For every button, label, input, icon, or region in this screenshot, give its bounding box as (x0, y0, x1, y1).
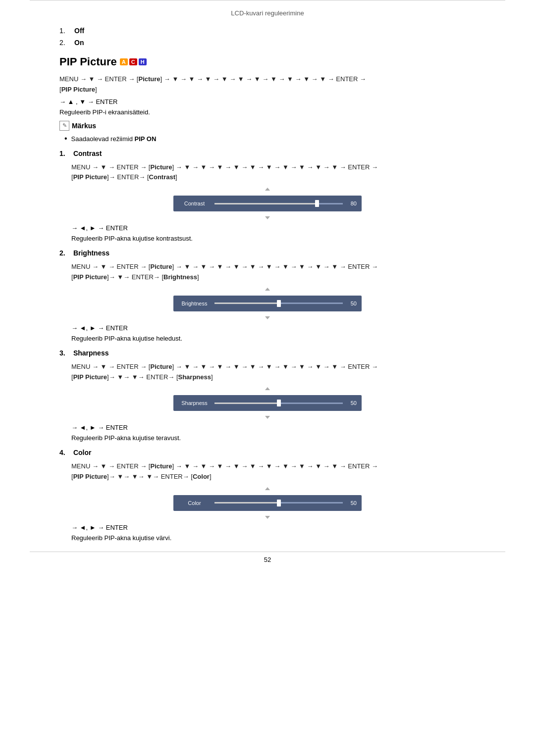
brightness-instruction: MENU → ▼ → ENTER → [Picture] → ▼ → ▼ → ▼… (71, 262, 476, 283)
color-track (214, 502, 343, 504)
sub-item-brightness: 2. Brightness MENU → ▼ → ENTER → [Pictur… (59, 249, 476, 342)
sub-item-header-color: 4. Color (59, 449, 476, 456)
item-label-off: Off (74, 27, 84, 35)
contrast-slider-container: Contrast 80 (59, 188, 476, 219)
contrast-slider-label: Contrast (178, 201, 211, 206)
pip-main-instruction: MENU → ▼ → ENTER → [Picture] → ▼ → ▼ → ▼… (59, 74, 476, 95)
sub-num-1: 1. (59, 150, 71, 157)
contrast-thumb (315, 200, 319, 207)
badge-c: C (129, 58, 137, 65)
brightness-arrow-line: → ◄, ► → ENTER (71, 324, 476, 332)
sub-item-header-brightness: 2. Brightness (59, 249, 476, 257)
list-item-off: 1. Off (59, 27, 476, 35)
pip-picture-heading: PIP Picture A C H (59, 55, 476, 68)
sub-item-color: 4. Color MENU → ▼ → ENTER → [Picture] → … (59, 449, 476, 542)
pip-main-desc: Reguleerib PIP-i ekraanisätteid. (59, 108, 476, 116)
pip-picture-title: PIP Picture (59, 55, 117, 68)
sharpness-fill (214, 403, 279, 404)
color-slider-container: Color 50 (59, 487, 476, 519)
contrast-instruction: MENU → ▼ → ENTER → [Picture] → ▼ → ▼ → ▼… (71, 162, 476, 183)
contrast-value: 80 (347, 201, 357, 206)
brightness-desc: Reguleerib PIP-akna kujutise heledust. (71, 335, 476, 342)
color-value: 50 (347, 500, 357, 506)
sharpness-arrow-line: → ◄, ► → ENTER (71, 424, 476, 431)
color-fill (214, 502, 279, 504)
brightness-track (214, 302, 343, 304)
contrast-arrow-down (265, 216, 270, 219)
color-arrow-up (265, 487, 270, 490)
sharpness-track (214, 403, 343, 404)
brightness-slider: Brightness 50 (173, 296, 362, 311)
color-arrow-line: → ◄, ► → ENTER (71, 524, 476, 531)
pip-main-arrow: → ▲ , ▼ → ENTER (59, 98, 476, 105)
brightness-slider-container: Brightness 50 (59, 288, 476, 319)
sub-item-contrast: 1. Contrast MENU → ▼ → ENTER → [Picture]… (59, 150, 476, 243)
color-slider: Color 50 (173, 495, 362, 511)
bullet-text: Saadaolevad režiimid PIP ON (71, 135, 157, 143)
sub-item-header-contrast: 1. Contrast (59, 150, 476, 157)
sub-item-sharpness: 3. Sharpness MENU → ▼ → ENTER → [Picture… (59, 349, 476, 442)
badge-a: A (120, 58, 128, 65)
color-desc: Reguleerib PIP-akna kujutise värvi. (71, 534, 476, 542)
contrast-fill (214, 203, 317, 204)
sub-label-contrast: Contrast (73, 150, 102, 157)
note-block: ✎ Märkus (59, 121, 476, 131)
sharpness-instruction: MENU → ▼ → ENTER → [Picture] → ▼ → ▼ → ▼… (71, 362, 476, 383)
brightness-arrow-up (265, 288, 270, 291)
contrast-arrow-line: → ◄, ► → ENTER (71, 224, 476, 232)
content: 1. Off 2. On PIP Picture A C H MENU → ▼ … (59, 27, 476, 542)
sub-num-3: 3. (59, 349, 71, 357)
bullet-item: • Saadaolevad režiimid PIP ON (64, 135, 476, 143)
sub-num-4: 4. (59, 449, 71, 456)
contrast-track (214, 203, 343, 204)
sharpness-value: 50 (347, 400, 357, 406)
list-item-on: 2. On (59, 39, 476, 47)
sharpness-slider-container: Sharpness 50 (59, 387, 476, 419)
sub-label-color: Color (73, 449, 92, 456)
contrast-slider: Contrast 80 (173, 196, 362, 211)
page-container: LCD-kuvari reguleerimine 1. Off 2. On PI… (0, 0, 535, 756)
sub-num-2: 2. (59, 249, 71, 257)
color-thumb (277, 500, 281, 506)
item-label-on: On (74, 39, 84, 47)
sharpness-desc: Reguleerib PIP-akna kujutise teravust. (71, 434, 476, 442)
note-icon: ✎ (59, 121, 69, 131)
sharpness-arrow-down (265, 416, 270, 419)
top-border: LCD-kuvari reguleerimine (30, 0, 505, 17)
sharpness-thumb (277, 400, 281, 406)
sharpness-slider-label: Sharpness (178, 400, 211, 406)
brightness-fill (214, 302, 279, 304)
color-slider-label: Color (178, 500, 211, 506)
item-num-2: 2. (59, 39, 74, 47)
sharpness-arrow-up (265, 387, 270, 390)
sub-label-sharpness: Sharpness (73, 349, 109, 357)
brightness-arrow-down (265, 316, 270, 319)
sharpness-slider: Sharpness 50 (173, 395, 362, 411)
contrast-desc: Reguleerib PIP-akna kujutise kontrastsus… (71, 235, 476, 242)
contrast-arrow-up (265, 188, 270, 191)
color-instruction: MENU → ▼ → ENTER → [Picture] → ▼ → ▼ → ▼… (71, 461, 476, 482)
color-arrow-down (265, 516, 270, 519)
sub-label-brightness: Brightness (73, 249, 109, 257)
header-title: LCD-kuvari reguleerimine (30, 4, 505, 17)
brightness-thumb (277, 300, 281, 307)
sub-item-header-sharpness: 3. Sharpness (59, 349, 476, 357)
brightness-slider-label: Brightness (178, 301, 211, 306)
bullet-dot: • (64, 135, 67, 143)
page-number: 52 (0, 552, 535, 567)
item-num-1: 1. (59, 27, 74, 35)
note-label: Märkus (72, 122, 96, 130)
badge-h: H (139, 58, 147, 65)
brightness-value: 50 (347, 301, 357, 306)
